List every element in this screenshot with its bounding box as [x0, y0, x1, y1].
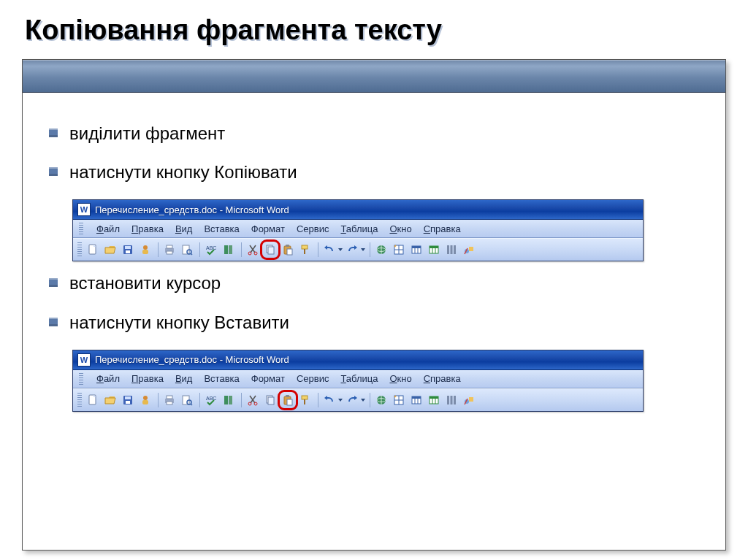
word-toolbar: ABC: [73, 388, 643, 411]
insert-excel-icon[interactable]: [426, 242, 442, 258]
permission-icon[interactable]: [137, 242, 153, 258]
menu-window[interactable]: Окно: [389, 223, 411, 234]
svg-text:ABC: ABC: [206, 396, 216, 401]
svg-rect-72: [287, 399, 292, 405]
permission-icon[interactable]: [137, 392, 153, 408]
bullet-list: встановити курсор натиснути кнопку Встав…: [49, 272, 699, 333]
separator-icon: [318, 242, 318, 257]
print-icon[interactable]: [161, 242, 178, 258]
separator-icon: [158, 393, 159, 407]
hyperlink-icon[interactable]: [373, 392, 389, 408]
redo-dropdown-icon[interactable]: [360, 392, 365, 408]
undo-icon[interactable]: [321, 392, 337, 408]
separator-icon: [370, 393, 370, 407]
svg-rect-24: [287, 249, 292, 255]
menu-format[interactable]: Формат: [251, 223, 285, 234]
svg-line-60: [191, 404, 192, 405]
menu-edit[interactable]: Правка: [131, 373, 164, 384]
drawing-icon[interactable]: [461, 242, 477, 258]
columns-icon[interactable]: [443, 242, 459, 258]
paste-icon[interactable]: [280, 392, 296, 408]
undo-icon[interactable]: [321, 242, 337, 258]
menu-table[interactable]: Таблица: [340, 223, 378, 234]
menubar-drag-handle-icon[interactable]: [79, 223, 83, 234]
svg-rect-84: [412, 396, 421, 399]
new-doc-icon[interactable]: [85, 242, 101, 258]
menu-view[interactable]: Вид: [175, 373, 193, 384]
menu-window[interactable]: Окно: [389, 373, 411, 384]
word-title: Перечисление_средств.doc - Microsoft Wor…: [95, 204, 289, 215]
menu-service[interactable]: Сервис: [297, 223, 329, 234]
svg-line-16: [250, 245, 255, 253]
separator-icon: [199, 242, 200, 257]
svg-rect-36: [412, 246, 421, 248]
tables-borders-icon[interactable]: [391, 392, 407, 408]
svg-text:ABC: ABC: [206, 245, 216, 250]
save-icon[interactable]: [120, 392, 136, 408]
copy-icon[interactable]: [262, 242, 278, 258]
save-icon[interactable]: [120, 242, 136, 258]
svg-rect-95: [469, 397, 473, 402]
separator-icon: [158, 242, 159, 257]
menubar-drag-handle-icon[interactable]: [79, 373, 83, 385]
research-icon[interactable]: [221, 242, 237, 258]
svg-rect-15: [229, 245, 232, 254]
insert-excel-icon[interactable]: [426, 392, 442, 408]
menu-file[interactable]: Файл: [96, 373, 120, 384]
drawing-icon[interactable]: [461, 392, 477, 408]
svg-rect-9: [167, 251, 172, 254]
insert-table-icon[interactable]: [408, 392, 424, 408]
svg-rect-45: [454, 245, 456, 254]
hyperlink-icon[interactable]: [373, 242, 389, 258]
svg-marker-28: [354, 245, 357, 250]
format-painter-icon[interactable]: [297, 242, 313, 258]
redo-icon[interactable]: [344, 392, 360, 408]
paste-icon[interactable]: [280, 242, 296, 258]
new-doc-icon[interactable]: [85, 392, 101, 408]
tables-borders-icon[interactable]: [391, 242, 407, 258]
frame-body: виділити фрагмент натиснути кнопку Копію…: [23, 93, 725, 550]
menu-insert[interactable]: Вставка: [204, 373, 239, 384]
menu-insert[interactable]: Вставка: [204, 223, 239, 234]
cut-icon[interactable]: [245, 392, 261, 408]
undo-dropdown-icon[interactable]: [337, 392, 343, 408]
insert-table-icon[interactable]: [408, 242, 424, 258]
slide-title: Копіювання фрагмента тексту: [25, 15, 726, 46]
redo-dropdown-icon[interactable]: [360, 242, 365, 258]
svg-rect-8: [167, 245, 172, 248]
svg-marker-27: [324, 245, 327, 250]
open-icon[interactable]: [102, 242, 118, 258]
svg-rect-62: [224, 396, 228, 404]
format-painter-icon[interactable]: [297, 392, 313, 408]
svg-rect-47: [469, 247, 473, 251]
columns-icon[interactable]: [443, 392, 459, 408]
redo-icon[interactable]: [344, 242, 360, 258]
menu-file[interactable]: Файл: [96, 223, 120, 234]
cut-icon[interactable]: [245, 242, 261, 258]
print-preview-icon[interactable]: [179, 242, 195, 258]
menu-help[interactable]: Справка: [424, 373, 461, 384]
bullet-item: встановити курсор: [49, 272, 699, 294]
svg-marker-75: [324, 396, 327, 400]
svg-rect-69: [268, 397, 274, 404]
word-titlebar: W Перечисление_средств.doc - Microsoft W…: [73, 350, 643, 370]
toolbar-drag-handle-icon[interactable]: [77, 393, 82, 407]
menu-table[interactable]: Таблица: [340, 373, 378, 384]
print-preview-icon[interactable]: [179, 392, 195, 408]
open-icon[interactable]: [102, 392, 118, 408]
svg-rect-44: [451, 245, 453, 254]
toolbar-drag-handle-icon[interactable]: [77, 242, 82, 257]
menu-service[interactable]: Сервис: [297, 373, 329, 384]
spellcheck-icon[interactable]: ABC: [203, 392, 219, 408]
print-icon[interactable]: [161, 392, 178, 408]
menu-format[interactable]: Формат: [251, 373, 285, 384]
undo-dropdown-icon[interactable]: [337, 242, 343, 258]
separator-icon: [370, 242, 370, 257]
svg-point-67: [254, 402, 257, 405]
spellcheck-icon[interactable]: ABC: [203, 242, 219, 258]
menu-edit[interactable]: Правка: [131, 223, 164, 234]
menu-view[interactable]: Вид: [175, 223, 193, 234]
copy-icon[interactable]: [262, 392, 278, 408]
research-icon[interactable]: [221, 392, 237, 408]
menu-help[interactable]: Справка: [424, 223, 461, 234]
